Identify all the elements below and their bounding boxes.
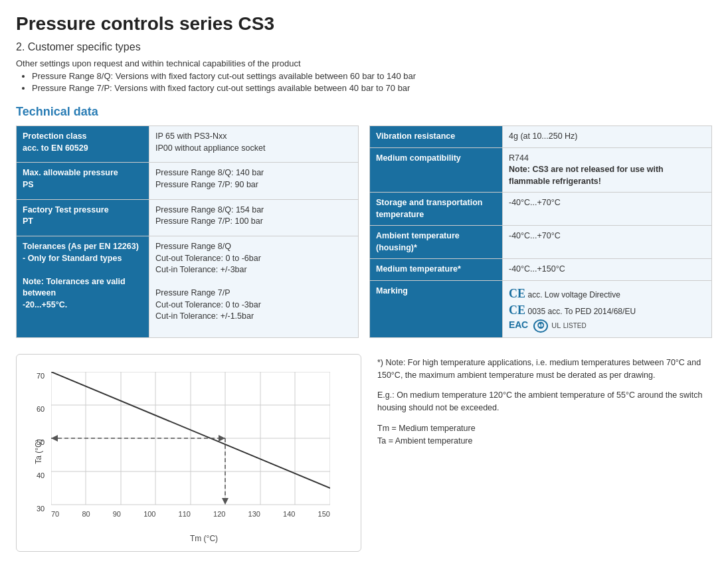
x-ticks: 70 80 90 100 110 120 130 140 150	[51, 510, 330, 518]
left-table-value: Pressure Range 8/Q: 140 bar Pressure Ran…	[149, 163, 359, 199]
y-tick-60: 60	[37, 405, 45, 413]
right-table-value: R744 Note: CS3 are not released for use …	[503, 147, 712, 193]
y-tick-30: 30	[37, 505, 45, 513]
left-table-label: Factory Test pressure PT	[17, 199, 149, 236]
notes-section: *) Note: For high temperature applicatio…	[377, 354, 712, 552]
right-table-label: Medium compatibility	[370, 147, 503, 193]
right-table-label: Storage and transportation temperature	[370, 193, 503, 226]
x-tick-110: 110	[179, 510, 191, 518]
right-table-value: -40°C...+150°C	[503, 259, 712, 281]
right-table-label: Medium temperature*	[370, 259, 503, 281]
y-tick-70: 70	[37, 372, 45, 380]
right-table-value: CE acc. Low voltage Directive CE 0035 ac…	[503, 280, 712, 337]
y-tick-40: 40	[37, 471, 45, 479]
right-table-label: Marking	[370, 280, 503, 337]
bullet-item-2: Pressure Range 7/P: Versions with fixed …	[32, 83, 712, 93]
subtitle: 2. Customer specific types	[16, 41, 712, 53]
left-table-label: Tolerances (As per EN 12263) - Only for …	[17, 236, 149, 338]
left-table-label: Max. allowable pressure PS	[17, 163, 149, 199]
right-table-value: -40°C...+70°C	[503, 193, 712, 226]
right-table-label: Vibration resistance	[370, 126, 503, 148]
feature-list: Pressure Range 8/Q: Versions with fixed …	[16, 71, 712, 93]
note-3: Tm = Medium temperature Ta = Ambient tem…	[377, 422, 712, 448]
left-table-label: Protection class acc. to EN 60529	[17, 126, 149, 163]
bullet-item-1: Pressure Range 8/Q: Versions with fixed …	[32, 71, 712, 81]
bottom-section: Ta (°C) 70 60 50 40 30	[16, 354, 712, 552]
right-table-value: 4g (at 10...250 Hz)	[503, 126, 712, 148]
x-tick-70: 70	[51, 510, 59, 518]
left-table-value: Pressure Range 8/Q: 154 bar Pressure Ran…	[149, 199, 359, 236]
x-tick-140: 140	[283, 510, 295, 518]
svg-marker-19	[51, 435, 58, 442]
left-table-value: Pressure Range 8/Q Cut-out Tolerance: 0 …	[149, 236, 359, 338]
y-tick-50: 50	[37, 438, 45, 446]
chart-container: Ta (°C) 70 60 50 40 30	[16, 354, 361, 552]
section-title: Technical data	[16, 105, 712, 119]
tables-container: Protection class acc. to EN 60529IP 65 w…	[16, 125, 712, 338]
right-table-value: -40°C...+70°C	[503, 226, 712, 259]
right-table: Vibration resistance4g (at 10...250 Hz)M…	[369, 125, 712, 338]
left-table: Protection class acc. to EN 60529IP 65 w…	[16, 125, 359, 338]
x-tick-90: 90	[113, 510, 121, 518]
x-tick-150: 150	[318, 510, 330, 518]
svg-marker-18	[222, 498, 228, 505]
chart-svg	[51, 372, 330, 511]
x-tick-120: 120	[213, 510, 225, 518]
note-2: E.g.: On medium temperature 120°C the am…	[377, 389, 712, 414]
intro-text: Other settings upon request and within t…	[16, 58, 712, 68]
right-table-label: Ambient temperature (housing)*	[370, 226, 503, 259]
x-axis-label: Tm (°C)	[58, 534, 350, 543]
svg-marker-16	[219, 435, 225, 442]
x-tick-80: 80	[82, 510, 90, 518]
page-title: Pressure controls series CS3	[16, 13, 712, 35]
x-tick-100: 100	[143, 510, 155, 518]
x-tick-130: 130	[248, 510, 260, 518]
note-1: *) Note: For high temperature applicatio…	[377, 357, 712, 382]
left-table-value: IP 65 with PS3-Nxx IP00 without applianc…	[149, 126, 359, 163]
